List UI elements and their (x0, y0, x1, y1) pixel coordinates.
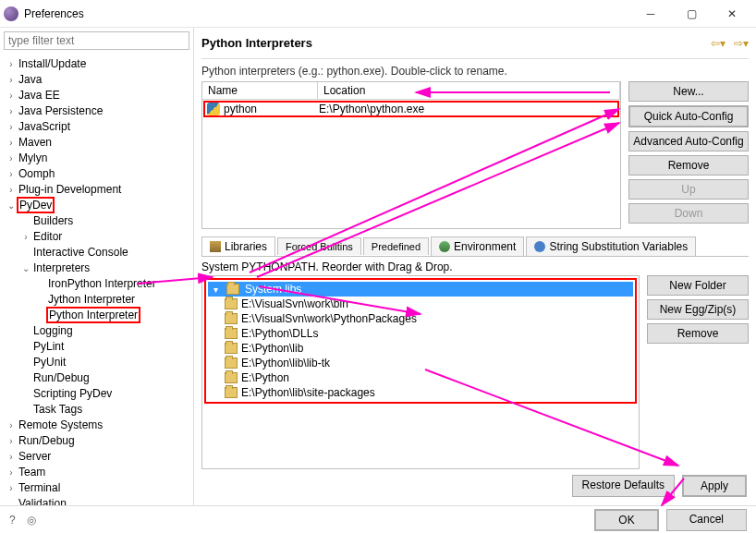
expander-icon[interactable]: › (6, 75, 17, 85)
tree-item[interactable]: ›Oomph (6, 166, 193, 181)
tree-item[interactable]: Scripting PyDev (6, 386, 193, 401)
tree-item[interactable]: ›Editor (6, 229, 193, 244)
tree-item[interactable]: PyUnit (6, 355, 193, 369)
expander-icon[interactable]: › (20, 232, 31, 242)
tab-forced-builtins[interactable]: Forced Builtins (277, 237, 361, 255)
tree-label: Java EE (17, 89, 62, 102)
tree-item[interactable]: ›Plug-in Development (6, 182, 193, 197)
remove-path-button[interactable]: Remove (647, 323, 749, 344)
tree-item[interactable]: ›JavaScript (6, 119, 193, 134)
expander-icon[interactable]: › (6, 106, 17, 116)
tree-item[interactable]: ›Java Persistence (6, 103, 193, 118)
path-item[interactable]: E:\Python\lib\site-packages (208, 385, 633, 400)
expander-icon[interactable]: › (6, 185, 17, 195)
path-item[interactable]: E:\Python\lib\lib-tk (208, 356, 633, 370)
path-item[interactable]: E:\VisualSvn\work\bin (208, 297, 633, 311)
tree-item[interactable]: Run/Debug (6, 370, 193, 385)
advanced-auto-config-button[interactable]: Advanced Auto-Config (628, 131, 749, 151)
interpreters-table[interactable]: Name Location python E:\Python\python.ex… (201, 81, 621, 229)
filter-input[interactable] (4, 31, 189, 50)
expander-icon[interactable]: › (6, 169, 17, 179)
expander-icon[interactable]: › (6, 420, 17, 430)
tree-label: Task Tags (31, 403, 84, 416)
path-item[interactable]: E:\VisualSvn\work\PythonPackages (208, 311, 633, 326)
down-button[interactable]: Down (628, 203, 749, 224)
path-item[interactable]: E:\Python\lib (208, 341, 633, 356)
maximize-button[interactable]: ▢ (671, 1, 712, 27)
path-item[interactable]: E:\Python (208, 370, 633, 385)
ok-button[interactable]: OK (594, 509, 658, 531)
tree-item[interactable]: Jython Interpreter (6, 292, 193, 307)
libraries-icon (210, 241, 221, 252)
apply-button[interactable]: Apply (682, 475, 747, 497)
quick-auto-config-button[interactable]: Quick Auto-Config (628, 105, 749, 127)
tree-item[interactable]: ›Run/Debug (6, 433, 193, 448)
tree-item[interactable]: ⌄PyDev (6, 198, 193, 212)
tab-string-substitution[interactable]: String Substitution Variables (526, 236, 696, 256)
tree-label: Install/Update (17, 57, 88, 70)
tree-label: Logging (31, 324, 75, 337)
tree-item[interactable]: ›Mylyn (6, 151, 193, 165)
tree-item[interactable]: IronPython Interpreter (6, 276, 193, 291)
back-icon[interactable]: ⇦▾ (711, 37, 726, 50)
folder-icon (225, 313, 238, 324)
tab-predefined[interactable]: Predefined (363, 237, 429, 255)
tree-item[interactable]: ›Java EE (6, 88, 193, 103)
forward-icon[interactable]: ⇨▾ (734, 37, 749, 50)
import-export-icon[interactable]: ◎ (27, 514, 36, 527)
tree-item[interactable]: Task Tags (6, 402, 193, 417)
expander-icon[interactable]: › (6, 483, 17, 493)
tree-item[interactable]: ⌄Interpreters (6, 260, 193, 275)
tree-item[interactable]: PyLint (6, 339, 193, 354)
tree-label: IronPython Interpreter (46, 277, 158, 290)
new-egg-button[interactable]: New Egg/Zip(s) (647, 299, 749, 320)
table-row[interactable]: python E:\Python\python.exe (203, 101, 619, 117)
tree-item[interactable]: Python Interpreter (6, 308, 193, 322)
expander-icon[interactable]: › (6, 436, 17, 446)
restore-defaults-button[interactable]: Restore Defaults (572, 475, 675, 497)
close-button[interactable]: ✕ (712, 1, 752, 27)
column-name[interactable]: Name (202, 82, 318, 99)
path-item[interactable]: E:\Python\DLLs (208, 326, 633, 341)
tab-libraries[interactable]: Libraries (201, 236, 275, 256)
tree-item[interactable]: ›Team (6, 465, 193, 479)
tree-item[interactable]: ›Remote Systems (6, 418, 193, 432)
tree-item[interactable]: Builders (6, 213, 193, 228)
pythonpath-list[interactable]: ▾ System libs E:\VisualSvn\work\binE:\Vi… (201, 275, 640, 469)
tree-item[interactable]: Validation (6, 496, 193, 505)
string-icon (534, 241, 545, 252)
tree-item[interactable]: ›Maven (6, 135, 193, 150)
tree-item[interactable]: Interactive Console (6, 245, 193, 260)
nav-icons: ⇦▾ ⇨▾ (705, 37, 749, 50)
expander-icon[interactable]: › (6, 467, 17, 478)
tree-label: Validation (17, 497, 68, 505)
system-libs-header[interactable]: ▾ System libs (208, 282, 633, 297)
tree-item[interactable]: Logging (6, 323, 193, 338)
expander-icon[interactable]: › (6, 91, 17, 101)
tree-label: Run/Debug (31, 371, 91, 384)
tree-item[interactable]: ›Install/Update (6, 56, 193, 71)
expander-icon[interactable]: › (6, 452, 17, 462)
help-icon[interactable]: ? (9, 514, 16, 527)
remove-interpreter-button[interactable]: Remove (628, 155, 749, 176)
expander-icon[interactable]: › (6, 138, 17, 148)
title-bar: Preferences ─ ▢ ✕ (0, 0, 756, 28)
expander-icon[interactable]: › (6, 122, 17, 132)
up-button[interactable]: Up (628, 179, 749, 200)
expander-icon[interactable]: › (6, 59, 17, 69)
new-folder-button[interactable]: New Folder (647, 275, 749, 296)
tree-item[interactable]: ›Terminal (6, 480, 193, 495)
minimize-button[interactable]: ─ (630, 1, 671, 27)
expander-icon[interactable]: ⌄ (20, 263, 31, 273)
column-location[interactable]: Location (318, 82, 620, 99)
tree-item[interactable]: ›Server (6, 449, 193, 464)
folder-icon (225, 357, 238, 369)
tab-environment[interactable]: Environment (431, 236, 524, 256)
expander-icon[interactable]: › (6, 153, 17, 164)
new-button[interactable]: New... (628, 81, 749, 102)
preferences-tree[interactable]: ›Install/Update›Java›Java EE›Java Persis… (0, 54, 193, 505)
expander-icon[interactable]: ⌄ (6, 200, 17, 211)
tree-item[interactable]: ›Java (6, 72, 193, 87)
tree-label: Interpreters (31, 261, 91, 274)
cancel-button[interactable]: Cancel (666, 509, 747, 531)
